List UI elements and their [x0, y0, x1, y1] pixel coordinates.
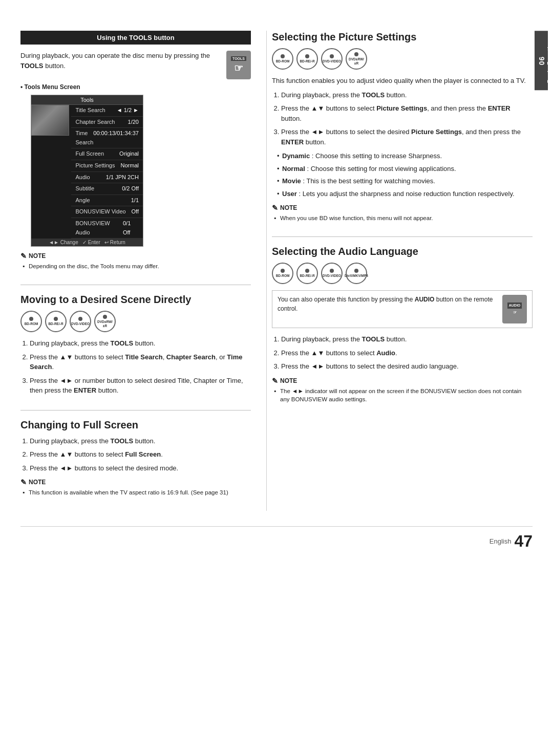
fullscreen-step-1: During playback, press the TOOLS button.	[30, 436, 251, 446]
tools-menu-rows: Title Search ◄ 1/2 ► Chapter Search 1/20…	[71, 105, 143, 239]
tools-row-bonusview-video: BONUSVIEW Video Off	[71, 206, 143, 218]
pic-dvd-rw-r-dot	[354, 52, 358, 56]
tools-row-bonusview-audio: BONUSVIEW Audio 0/1 Off	[71, 218, 143, 239]
right-column: Selecting the Picture Settings BD-ROM BD…	[266, 31, 533, 511]
chapter-tab: 06 Basic Functions	[535, 31, 548, 90]
audio-section: Selecting the Audio Language BD-ROM BD-R…	[272, 245, 533, 403]
pic-format-icon-bd-rom: BD-ROM	[272, 48, 293, 70]
bd-re-r-dot	[54, 317, 58, 321]
tools-header: Using the TOOLS button	[20, 31, 251, 45]
audio-format-icon-bd-rom: BD-ROM	[272, 263, 293, 284]
picture-section: Selecting the Picture Settings BD-ROM BD…	[272, 31, 533, 222]
audio-note-item-1: The ◄► indicator will not appear on the …	[272, 387, 533, 403]
dvd-video-dot	[78, 317, 82, 321]
language-label: English	[490, 537, 512, 545]
tools-menu-image	[31, 105, 69, 136]
pic-bd-re-r-dot	[305, 54, 309, 58]
picture-step-1: During playback, press the TOOLS button.	[281, 90, 533, 100]
audio-step-1: During playback, press the TOOLS button.	[281, 334, 533, 344]
dvd-rw-r-dot	[103, 315, 107, 319]
picture-step-2: Press the ▲▼ buttons to select Picture S…	[281, 103, 533, 123]
chapter-label: Basic Functions	[546, 36, 553, 83]
tools-menu-title: Tools	[31, 95, 143, 105]
moving-step-3: Press the ◄► or number button to select …	[30, 376, 251, 396]
format-icon-dvd-rw-r: DVD±RW/±R	[94, 311, 116, 332]
page-number: 47	[514, 532, 533, 551]
moving-step-1: During playback, press the TOOLS button.	[30, 338, 251, 349]
audio-format-icon-divx: DivX/MKV/MP4	[346, 263, 367, 284]
divider-1	[20, 285, 251, 285]
picture-steps: During playback, press the TOOLS button.…	[272, 90, 533, 147]
audio-format-icon-dvd-video: DVD-VIDEO	[321, 263, 343, 284]
tools-intro-text: During playback, you can operate the dis…	[20, 51, 251, 71]
audio-format-icons: BD-ROM BD-RE/-R DVD-VIDEO DivX/MKV/MP4	[272, 263, 533, 284]
moving-section: Moving to a Desired Scene Directly BD-RO…	[20, 293, 251, 396]
pic-format-icon-dvd-rw-r: DVD±RW/±R	[346, 48, 367, 70]
picture-step-3: Press the ◄► buttons to select the desir…	[281, 127, 533, 147]
tools-row-audio: Audio 1/1 JPN 2CH	[71, 172, 143, 184]
tools-row-subtitle: Subtitle 0/2 Off	[71, 183, 143, 195]
tools-row-angle: Angle 1/1	[71, 195, 143, 207]
picture-note: NOTE When you use BD wise function, this…	[272, 204, 533, 222]
picture-note-item-1: When you use BD wise function, this menu…	[272, 214, 533, 222]
moving-format-icons: BD-ROM BD-RE/-R DVD-VIDEO DVD±RW/±R	[20, 311, 251, 332]
tools-row-picture-settings: Picture Settings Normal	[71, 160, 143, 172]
tools-note-item-1: Depending on the disc, the Tools menu ma…	[20, 262, 251, 270]
format-icon-dvd-video: DVD-VIDEO	[70, 311, 91, 332]
left-column: Using the TOOLS button TOOLS ☞ During pl…	[20, 31, 266, 511]
audio-step-2: Press the ▲▼ buttons to select Audio.	[281, 348, 533, 358]
moving-steps: During playback, press the TOOLS button.…	[20, 338, 251, 396]
audio-hand-icon: ☞	[513, 310, 517, 316]
format-icon-bd-rom: BD-ROM	[20, 311, 42, 332]
tools-row-full-screen: Full Screen Original	[71, 148, 143, 160]
audio-step-3: Press the ◄► buttons to select the desir…	[281, 361, 533, 372]
audio-note-title: NOTE	[272, 377, 533, 385]
picture-format-icons: BD-ROM BD-RE/-R DVD-VIDEO DVD±RW/±R	[272, 48, 533, 70]
picture-bullet-normal: Normal : Choose this setting for most vi…	[277, 164, 533, 174]
audio-bd-re-r-dot	[305, 269, 309, 273]
tools-header-label: Using the TOOLS button	[97, 34, 174, 41]
audio-bd-rom-dot	[281, 269, 285, 273]
divider-2	[20, 410, 251, 411]
tools-menu-footer: ◄► Change ✓ Enter ↩ Return	[31, 239, 143, 246]
fullscreen-step-2: Press the ▲▼ buttons to select Full Scre…	[30, 449, 251, 460]
picture-bullets: Dynamic : Choose this setting to increas…	[272, 151, 533, 199]
tools-menu-label: • Tools Menu Screen	[20, 83, 251, 91]
tools-button-label: TOOLS	[231, 56, 246, 61]
fullscreen-steps: During playback, press the TOOLS button.…	[20, 436, 251, 473]
audio-section-title: Selecting the Audio Language	[272, 245, 533, 257]
fullscreen-note: NOTE This function is available when the…	[20, 478, 251, 496]
picture-intro: This function enables you to adjust vide…	[272, 76, 533, 86]
pic-bd-rom-dot	[281, 54, 285, 58]
chapter-number: 06	[537, 36, 546, 85]
audio-button-label: AUDIO	[507, 303, 522, 309]
page-number-area: English 47	[20, 526, 533, 551]
fullscreen-section: Changing to Full Screen During playback,…	[20, 419, 251, 497]
picture-bullet-dynamic: Dynamic : Choose this setting to increas…	[277, 151, 533, 161]
picture-note-title: NOTE	[272, 204, 533, 212]
tools-row-time-search: Time Search 00:00:13/01:34:37	[71, 128, 143, 148]
hand-icon: ☞	[234, 62, 243, 74]
audio-divx-dot	[354, 269, 358, 273]
divider-3	[272, 236, 533, 237]
tools-button-image: TOOLS ☞	[226, 51, 251, 79]
fullscreen-note-item-1: This function is available when the TV a…	[20, 488, 251, 496]
picture-bullet-movie: Movie : This is the best setting for wat…	[277, 176, 533, 186]
picture-bullet-user: User : Lets you adjust the sharpness and…	[277, 189, 533, 199]
audio-steps: During playback, press the TOOLS button.…	[272, 334, 533, 372]
tools-section: Using the TOOLS button TOOLS ☞ During pl…	[20, 31, 251, 270]
tools-row-title-search: Title Search ◄ 1/2 ►	[71, 105, 143, 117]
tools-row-chapter-search: Chapter Search 1/20	[71, 117, 143, 128]
pic-dvd-video-dot	[330, 54, 334, 58]
tools-note: NOTE Depending on the disc, the Tools me…	[20, 252, 251, 270]
pic-format-icon-bd-re-r: BD-RE/-R	[296, 48, 318, 70]
moving-section-title: Moving to a Desired Scene Directly	[20, 293, 251, 306]
fullscreen-note-title: NOTE	[20, 478, 251, 486]
audio-format-icon-bd-re-r: BD-RE/-R	[296, 263, 318, 284]
format-icon-bd-re-r: BD-RE/-R	[45, 311, 67, 332]
audio-button-image: AUDIO ☞	[502, 295, 527, 323]
moving-step-2: Press the ▲▼ buttons to select Title Sea…	[30, 352, 251, 372]
pic-format-icon-dvd-video: DVD-VIDEO	[321, 48, 343, 70]
audio-function-box: AUDIO ☞ You can also operate this functi…	[272, 290, 533, 328]
bd-rom-dot	[29, 317, 33, 321]
